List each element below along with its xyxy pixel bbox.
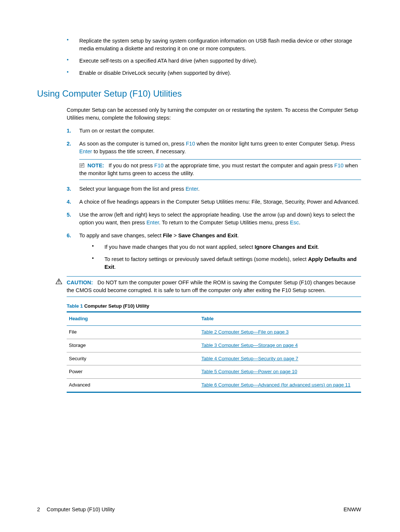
step-text: to bypass the title screen, if necessary… [92, 148, 186, 154]
setup-utility-table: Heading Table File Table 2 Computer Setu… [67, 311, 361, 393]
list-item: Execute self-tests on a specified ATA ha… [67, 57, 361, 65]
table-number: Table 1 [67, 303, 83, 309]
footer-right: ENWW [343, 506, 361, 513]
svg-rect-1 [59, 280, 59, 282]
step-text: Select your language from the list and p… [79, 186, 186, 192]
table-link-security[interactable]: Table 4 Computer Setup—Security on page … [201, 356, 299, 361]
table-link-file[interactable]: Table 2 Computer Setup—File on page 3 [201, 329, 289, 335]
menu-path-save: Save Changes and Exit [178, 232, 237, 238]
step-text: A choice of five headings appears in the… [79, 199, 359, 205]
step-text: . [317, 244, 319, 250]
step-text: If you have made changes that you do not… [104, 244, 254, 250]
step-text: when the monitor light turns green to en… [195, 141, 355, 147]
step-text: Turn on or restart the computer. [79, 128, 154, 134]
table-row: Power Table 5 Computer Setup—Power on pa… [67, 365, 361, 379]
cell-heading: Power [67, 365, 199, 379]
table-caption: Table 1 Computer Setup (F10) Utility [67, 303, 361, 310]
key-enter: Enter [79, 148, 92, 154]
step-list: Turn on or restart the computer. As soon… [67, 127, 361, 271]
table-row: Security Table 4 Computer Setup—Security… [67, 352, 361, 365]
step-3: Select your language from the list and p… [67, 185, 361, 193]
menu-path-file: File [163, 232, 172, 238]
table-row: Advanced Table 6 Computer Setup—Advanced… [67, 379, 361, 392]
feature-bullet-list: Replicate the system setup by saving sys… [67, 37, 361, 77]
step-5: Use the arrow (left and right) keys to s… [67, 211, 361, 227]
section-heading: Using Computer Setup (F10) Utilities [37, 87, 361, 100]
step-6: To apply and save changes, select File >… [67, 232, 361, 271]
caution-text [94, 280, 97, 285]
table-title: Computer Setup (F10) Utility [83, 303, 149, 309]
svg-rect-2 [59, 283, 59, 284]
table-link-power[interactable]: Table 5 Computer Setup—Power on page 10 [201, 369, 297, 374]
column-header-table: Table [199, 312, 361, 325]
option-ignore: Ignore Changes and Exit [254, 244, 317, 250]
page-footer: 2 Computer Setup (F10) Utility ENWW [37, 506, 361, 513]
cell-heading: File [67, 325, 199, 339]
step-4: A choice of five headings appears in the… [67, 198, 361, 206]
cell-heading: Security [67, 352, 199, 365]
step-text: To apply and save changes, select [79, 232, 163, 238]
step-text: > [172, 232, 179, 238]
table-link-advanced[interactable]: Table 6 Computer Setup—Advanced (for adv… [201, 382, 351, 388]
table-header-row: Heading Table [67, 312, 361, 325]
key-f10: F10 [154, 163, 164, 168]
step-text: As soon as the computer is turned on, pr… [79, 141, 186, 147]
page-number: 2 [37, 506, 40, 513]
table-row: File Table 2 Computer Setup—File on page… [67, 325, 361, 339]
key-esc: Esc [290, 220, 299, 225]
step-text: . [237, 232, 239, 238]
document-page: Replicate the system setup by saving sys… [0, 0, 400, 532]
note-text: If you do not press [109, 163, 154, 168]
step-text: . To return to the Computer Setup Utilit… [159, 220, 290, 225]
note-icon [79, 163, 85, 168]
caution-icon [56, 278, 62, 284]
cell-heading: Advanced [67, 379, 199, 392]
key-f10: F10 [186, 141, 195, 147]
step-text: . [114, 264, 116, 270]
list-item: To reset to factory settings or previous… [92, 255, 361, 271]
key-f10: F10 [334, 163, 344, 168]
cell-heading: Storage [67, 339, 199, 352]
key-enter: Enter [146, 220, 159, 225]
caution-label: CAUTION: [67, 280, 93, 285]
step-text: . [299, 220, 300, 225]
table-link-storage[interactable]: Table 3 Computer Setup—Storage on page 4 [201, 342, 298, 348]
column-header-heading: Heading [67, 312, 199, 325]
step-text: . [198, 186, 200, 192]
list-item: If you have made changes that you do not… [92, 243, 361, 251]
step-1: Turn on or restart the computer. [67, 127, 361, 135]
note-box: NOTE: If you do not press F10 at the app… [79, 159, 361, 180]
list-item: Replicate the system setup by saving sys… [67, 37, 361, 53]
step-2: As soon as the computer is turned on, pr… [67, 140, 361, 180]
note-text: at the appropriate time, you must restar… [164, 163, 334, 168]
list-item: Enable or disable DriveLock security (wh… [67, 69, 361, 77]
note-label: NOTE: [87, 163, 104, 168]
chapter-title: Computer Setup (F10) Utility [47, 506, 115, 513]
intro-paragraph: Computer Setup can be accessed only by t… [67, 106, 361, 122]
caution-text: Do NOT turn the computer power OFF while… [67, 280, 356, 293]
step-text: To reset to factory settings or previous… [104, 256, 308, 262]
table-row: Storage Table 3 Computer Setup—Storage o… [67, 339, 361, 352]
caution-box: CAUTION: Do NOT turn the computer power … [67, 276, 361, 297]
substep-list: If you have made changes that you do not… [92, 243, 361, 271]
key-enter: Enter [186, 186, 198, 192]
